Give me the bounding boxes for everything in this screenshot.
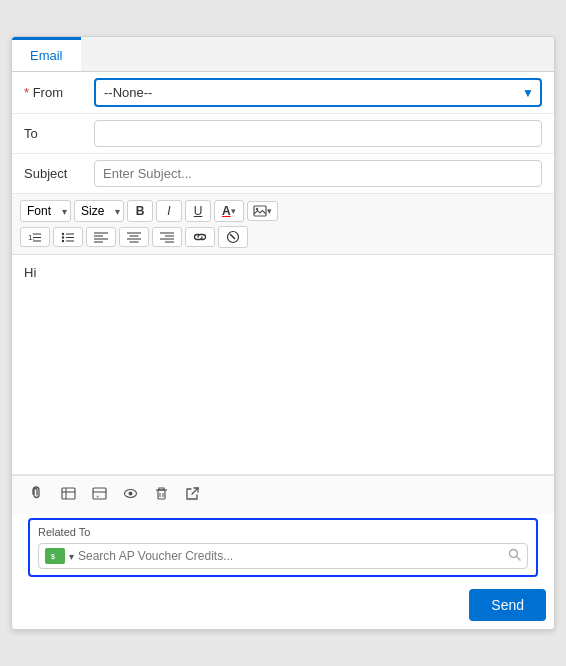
preview-icon <box>123 486 138 501</box>
related-to-dropdown-icon[interactable]: ▾ <box>69 551 74 562</box>
svg-point-33 <box>129 492 133 496</box>
tab-bar: Email <box>12 37 554 72</box>
email-panel: Email From --None-- ▼ To Subject <box>11 36 555 630</box>
to-input[interactable] <box>94 120 542 147</box>
svg-line-37 <box>192 488 198 494</box>
external-link-icon <box>185 486 200 501</box>
editor-content: Hi <box>24 265 36 280</box>
bottom-toolbar: + <box>12 475 554 514</box>
related-to-label: Related To <box>38 526 528 538</box>
related-to-record-icon: $ <box>45 548 65 564</box>
bold-button[interactable]: B <box>127 200 153 222</box>
external-link-button[interactable] <box>179 482 206 508</box>
size-select[interactable]: Size <box>74 200 124 222</box>
size-select-wrap: Size <box>74 200 124 222</box>
to-label: To <box>24 126 94 141</box>
align-center-icon <box>127 231 141 243</box>
align-left-button[interactable] <box>86 227 116 247</box>
font-color-button[interactable]: A ▾ <box>214 200 244 222</box>
delete-button[interactable] <box>148 482 175 508</box>
svg-rect-34 <box>158 490 165 499</box>
svg-point-6 <box>62 233 64 235</box>
related-to-search-icon <box>508 548 521 564</box>
from-select[interactable]: --None-- <box>94 78 542 107</box>
clean-format-button[interactable] <box>218 226 248 248</box>
attach-button[interactable] <box>24 482 51 508</box>
send-button[interactable]: Send <box>469 589 546 621</box>
svg-text:+: + <box>96 493 100 499</box>
related-to-search-input[interactable] <box>78 549 504 563</box>
voucher-icon: $ <box>47 550 63 562</box>
unordered-list-icon <box>61 231 75 243</box>
align-center-button[interactable] <box>119 227 149 247</box>
svg-line-25 <box>230 234 235 239</box>
attach-icon <box>30 486 45 501</box>
editor-area[interactable]: Hi <box>12 255 554 475</box>
form-body: From --None-- ▼ To Subject F <box>12 72 554 629</box>
svg-rect-26 <box>62 488 75 499</box>
insert-button[interactable]: + <box>86 482 113 508</box>
from-row: From --None-- ▼ <box>12 72 554 114</box>
image-icon <box>253 205 267 217</box>
image-button[interactable]: ▾ <box>247 201 278 221</box>
related-to-section: Related To $ ▾ <box>12 514 554 577</box>
editor-toolbar: Font Size B I U A ▾ <box>12 194 554 255</box>
svg-point-7 <box>62 236 64 238</box>
svg-line-41 <box>517 557 521 561</box>
ordered-list-button[interactable]: 1. <box>20 227 50 247</box>
svg-point-1 <box>255 208 257 210</box>
search-icon <box>508 548 521 561</box>
to-row: To <box>12 114 554 154</box>
from-label: From <box>24 85 94 100</box>
svg-rect-0 <box>254 206 266 216</box>
ordered-list-icon: 1. <box>28 231 42 243</box>
subject-row: Subject <box>12 154 554 194</box>
template-button[interactable] <box>55 482 82 508</box>
related-to-input-row: $ ▾ <box>38 543 528 569</box>
tab-email[interactable]: Email <box>12 37 81 71</box>
font-select[interactable]: Font <box>20 200 71 222</box>
delete-icon <box>154 486 169 501</box>
toolbar-row-1: Font Size B I U A ▾ <box>20 200 546 222</box>
image-dropdown-icon: ▾ <box>267 206 272 216</box>
insert-icon: + <box>92 486 107 501</box>
font-color-label: A <box>222 204 231 218</box>
link-button[interactable] <box>185 227 215 247</box>
toolbar-row-2: 1. <box>20 226 546 248</box>
send-button-area: Send <box>12 585 554 629</box>
align-left-icon <box>94 231 108 243</box>
related-to-box: Related To $ ▾ <box>28 518 538 577</box>
subject-input[interactable] <box>94 160 542 187</box>
template-icon <box>61 486 76 501</box>
subject-label: Subject <box>24 166 94 181</box>
italic-button[interactable]: I <box>156 200 182 222</box>
clean-format-icon <box>226 230 240 244</box>
svg-point-8 <box>62 240 64 242</box>
align-right-icon <box>160 231 174 243</box>
link-icon <box>193 231 207 243</box>
font-color-dropdown-icon: ▾ <box>231 206 236 216</box>
font-select-wrap: Font <box>20 200 71 222</box>
svg-text:$: $ <box>51 553 55 561</box>
preview-button[interactable] <box>117 482 144 508</box>
from-select-wrapper: --None-- ▼ <box>94 78 542 107</box>
underline-button[interactable]: U <box>185 200 211 222</box>
align-right-button[interactable] <box>152 227 182 247</box>
unordered-list-button[interactable] <box>53 227 83 247</box>
